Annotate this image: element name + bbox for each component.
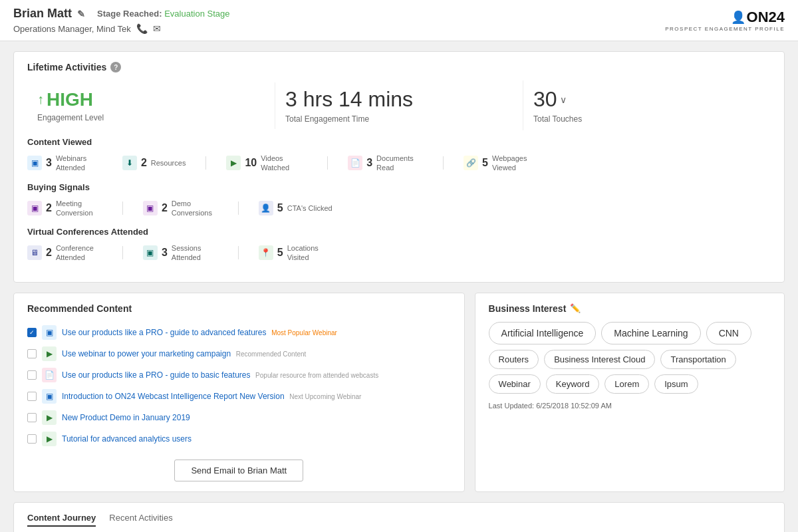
meeting-icon: ▣ (27, 201, 42, 215)
stage-label: Stage Reached: Evaluation Stage (97, 9, 229, 19)
virtual-conf-section: Virtual Conferences Attended 🖥 2 Confere… (27, 227, 771, 263)
divider-5 (238, 201, 239, 215)
rec-item-icon: ▶ (42, 432, 57, 446)
total-touches-label: Total Touches (533, 114, 761, 124)
divider-6 (122, 246, 123, 259)
business-interest-tags: Artificial IntelligenceMachine LearningC… (489, 322, 771, 394)
rec-item-text-wrap: New Product Demo in January 2019 (62, 412, 451, 422)
buying-signals-section: Buying Signals ▣ 2 Meeting Conversion ▣ … (27, 182, 771, 218)
rec-checkbox[interactable] (27, 392, 37, 401)
business-interest-tag[interactable]: CNN (706, 322, 751, 344)
edit-icon[interactable]: ✎ (77, 9, 85, 19)
recommended-list: ✓ ▣ Use our products like a PRO - guide … (27, 322, 451, 450)
rec-item-text-wrap: Introduction to ON24 Webcast Intelligenc… (62, 391, 451, 401)
on24-brand: 👤 ON24 (731, 9, 785, 26)
demo-icon: ▣ (143, 201, 158, 215)
contact-name-row: Brian Matt ✎ Stage Reached: Evaluation S… (13, 7, 229, 21)
divider-2 (327, 156, 328, 170)
rec-checkbox[interactable] (27, 413, 37, 422)
engagement-label: Engagement Level (37, 113, 265, 122)
content-viewed-label: Content Viewed (27, 137, 771, 147)
location-icon: 📍 (259, 245, 273, 260)
recommended-item: ▶ New Product Demo in January 2019 (27, 407, 451, 428)
rec-item-text-wrap: Tutorial for advanced analytics users (62, 434, 451, 444)
rec-item-icon: ▣ (42, 325, 57, 340)
lifetime-activities-title: Lifetime Activities ? (27, 62, 771, 72)
send-email-button[interactable]: Send Email to Brian Matt (174, 460, 303, 481)
divider-3 (443, 156, 444, 170)
buying-signals-label: Buying Signals (27, 182, 771, 192)
content-viewed-section: Content Viewed ▣ 3 Webinars Attended ⬇ 2… (27, 137, 771, 173)
document-icon: 📄 (348, 156, 362, 170)
virtual-conf-metrics: 🖥 2 Conference Attended ▣ 3 Sessions Att… (27, 243, 771, 263)
contact-name: Brian Matt (13, 7, 72, 21)
rec-checkbox[interactable] (27, 349, 37, 358)
engagement-high: HIGH (37, 89, 265, 110)
business-interest-card: Business Interest ✏️ Artificial Intellig… (475, 293, 785, 492)
business-interest-tag[interactable]: Ipsum (654, 374, 698, 394)
content-journey-card: Content Journey Recent Activities Score … (13, 502, 785, 532)
page-header: Brian Matt ✎ Stage Reached: Evaluation S… (0, 0, 798, 41)
business-interest-tag[interactable]: Keyword (546, 374, 600, 394)
webpage-icon: 🔗 (464, 156, 478, 170)
tab-content-journey[interactable]: Content Journey (27, 513, 96, 527)
lifetime-stats: HIGH Engagement Level 3 hrs 14 mins Tota… (27, 80, 771, 130)
rec-item-text: Use webinar to power your marketing camp… (62, 349, 231, 358)
conference-icon: 🖥 (27, 245, 42, 260)
rec-item-icon: ▶ (42, 346, 57, 361)
business-interest-title: Business Interest ✏️ (489, 303, 771, 314)
on24-sub-text: PROSPECT ENGAGEMENT PROFILE (665, 26, 785, 32)
rec-item-icon: ▣ (42, 389, 57, 404)
on24-brand-text: ON24 (747, 9, 785, 26)
rec-checkbox[interactable] (27, 434, 37, 444)
business-interest-tag[interactable]: Transportation (660, 350, 735, 369)
meeting-metric: ▣ 2 Meeting Conversion (27, 199, 102, 218)
business-interest-tag[interactable]: Lorem (604, 374, 649, 394)
rec-checkbox[interactable] (27, 370, 37, 380)
sessions-icon: ▣ (143, 245, 158, 260)
email-icon[interactable]: ✉ (153, 23, 161, 34)
engagement-level-block: HIGH Engagement Level (27, 82, 275, 129)
rec-item-text-wrap: Use webinar to power your marketing camp… (62, 348, 451, 358)
edit-pencil-icon[interactable]: ✏️ (570, 303, 581, 313)
contact-title: Operations Manager, Mind Tek (13, 24, 131, 34)
tab-recent-activities[interactable]: Recent Activities (109, 513, 172, 527)
sessions-metric: ▣ 3 Sessions Attended (143, 243, 218, 263)
conference-metric: 🖥 2 Conference Attended (27, 243, 102, 263)
video-icon: ▶ (226, 156, 241, 170)
business-interest-tag[interactable]: Business Interest Cloud (544, 350, 655, 369)
demo-metric: ▣ 2 Demo Conversions (143, 199, 218, 218)
recommended-item: 📄 Use our products like a PRO - guide to… (27, 364, 451, 386)
buying-signals-metrics: ▣ 2 Meeting Conversion ▣ 2 Demo Conversi… (27, 199, 771, 218)
total-time-block: 3 hrs 14 mins Total Engagement Time (275, 80, 523, 130)
rec-item-text-wrap: Use our products like a PRO - guide to b… (62, 370, 451, 380)
rec-item-text: Tutorial for advanced analytics users (62, 434, 192, 444)
business-interest-tag[interactable]: Artificial Intelligence (489, 322, 597, 344)
documents-metric: 📄 3 Documents Read (348, 154, 423, 173)
business-interest-tag[interactable]: Machine Learning (601, 322, 700, 344)
business-interest-tag[interactable]: Webinar (489, 374, 541, 394)
phone-icon[interactable]: 📞 (136, 23, 148, 34)
rec-item-text-wrap: Use our products like a PRO - guide to a… (62, 327, 451, 337)
total-touches-block: 30 ∨ Total Touches (523, 80, 771, 130)
help-icon[interactable]: ? (110, 62, 121, 72)
business-interest-tag[interactable]: Routers (489, 350, 539, 369)
content-viewed-metrics: ▣ 3 Webinars Attended ⬇ 2 Resources ▶ 10… (27, 154, 771, 173)
journey-tabs: Content Journey Recent Activities (27, 513, 771, 527)
recommended-item: ✓ ▣ Use our products like a PRO - guide … (27, 322, 451, 343)
divider-1 (205, 156, 206, 170)
webpages-metric: 🔗 5 Webpages Viewed (464, 154, 539, 173)
rec-checkbox[interactable]: ✓ (27, 328, 37, 337)
recommended-content-card: Recommended Content ✓ ▣ Use our products… (13, 293, 465, 492)
resources-metric: ⬇ 2 Resources (122, 156, 186, 170)
rec-item-text: Use our products like a PRO - guide to b… (62, 370, 250, 380)
cta-metric: 👤 5 CTA's Clicked (259, 201, 332, 215)
touches-dropdown[interactable]: ∨ (560, 94, 567, 105)
on24-logo: 👤 ON24 PROSPECT ENGAGEMENT PROFILE (665, 9, 785, 32)
rec-item-icon: 📄 (42, 368, 57, 382)
rec-item-icon: ▶ (42, 410, 57, 425)
contact-subtitle: Operations Manager, Mind Tek 📞 ✉ (13, 23, 229, 34)
lifetime-activities-card: Lifetime Activities ? HIGH Engagement Le… (13, 51, 785, 283)
webinar-icon: ▣ (27, 156, 42, 170)
download-icon: ⬇ (122, 156, 137, 170)
